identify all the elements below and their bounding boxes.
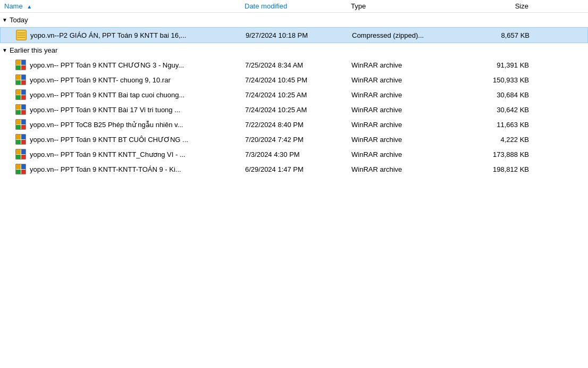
file-name: yopo.vn-- PPT ToC8 B25 Phép thử ngẫu nhi… xyxy=(30,121,245,129)
table-row[interactable]: yopo.vn--P2 GIÁO ÁN, PPT Toán 9 KNTT bai… xyxy=(0,27,588,43)
chevron-icon: ▼ xyxy=(2,17,7,23)
winrar-icon xyxy=(15,60,26,70)
file-date: 7/3/2024 4:30 PM xyxy=(245,150,351,158)
chevron-icon: ▼ xyxy=(2,47,7,53)
table-row[interactable]: yopo.vn-- PPT Toán 9 KNTT BT CUỐI CHƯƠNG… xyxy=(0,132,588,147)
sort-arrow-icon: ▲ xyxy=(27,4,32,10)
file-type: Compressed (zipped)... xyxy=(352,31,474,39)
file-name: yopo.vn-- PPT Toán 9 KNTT Bai tap cuoi c… xyxy=(30,91,245,99)
file-date: 7/24/2024 10:45 PM xyxy=(245,76,351,84)
file-size: 173,888 KB xyxy=(474,150,537,158)
column-headers: Name ▲ Date modified Type Size xyxy=(0,0,588,13)
file-name: yopo.vn-- PPT Toán 9 KNTT KNTT_Chương VI… xyxy=(30,150,245,158)
file-date: 7/24/2024 10:25 AM xyxy=(245,91,351,99)
file-icon xyxy=(15,74,27,86)
file-name: yopo.vn--P2 GIÁO ÁN, PPT Toán 9 KNTT bai… xyxy=(30,31,246,39)
table-row[interactable]: yopo.vn-- PPT Toán 9 KNTT CHƯƠNG 3 - Ngu… xyxy=(0,57,588,72)
winrar-icon xyxy=(15,74,26,85)
file-type: WinRAR archive xyxy=(351,91,474,99)
table-row[interactable]: yopo.vn-- PPT ToC8 B25 Phép thử ngẫu nhi… xyxy=(0,117,588,132)
file-date: 6/29/2024 1:47 PM xyxy=(245,165,351,173)
file-name: yopo.vn-- PPT Toán 9 KNTT CHƯƠNG 3 - Ngu… xyxy=(30,61,245,69)
winrar-icon xyxy=(15,104,26,115)
file-size: 8,657 KB xyxy=(474,31,538,39)
file-name: yopo.vn-- PPT Toán 9 KNTT-KNTT-TOÁN 9 - … xyxy=(30,165,245,173)
file-icon xyxy=(15,29,27,41)
file-icon xyxy=(15,104,27,115)
file-type: WinRAR archive xyxy=(351,121,474,129)
file-date: 7/25/2024 8:34 AM xyxy=(245,61,351,69)
file-date: 9/27/2024 10:18 PM xyxy=(246,31,352,39)
file-icon xyxy=(15,89,27,101)
file-icon xyxy=(15,119,27,130)
file-type: WinRAR archive xyxy=(351,165,474,173)
section-label-text: Today xyxy=(10,16,28,24)
section-label-text: Earlier this year xyxy=(10,46,57,54)
file-icon xyxy=(15,59,27,71)
file-type: WinRAR archive xyxy=(351,150,474,158)
file-size: 150,933 KB xyxy=(474,76,537,84)
file-type: WinRAR archive xyxy=(351,106,474,114)
file-name: yopo.vn-- PPT Toán 9 KNTT Bài 17 Vi tri … xyxy=(30,106,245,114)
section-label-0[interactable]: ▼Today xyxy=(0,13,588,27)
winrar-icon xyxy=(15,89,26,100)
file-size: 91,391 KB xyxy=(474,61,537,69)
file-date: 7/22/2024 8:40 PM xyxy=(245,121,351,129)
table-row[interactable]: yopo.vn-- PPT Toán 9 KNTT KNTT_Chương VI… xyxy=(0,147,588,162)
file-size: 30,684 KB xyxy=(474,91,537,99)
table-row[interactable]: yopo.vn-- PPT Toán 9 KNTT- chuong 9, 10.… xyxy=(0,72,588,87)
winrar-icon xyxy=(15,164,26,174)
file-icon xyxy=(15,163,27,175)
file-explorer: Name ▲ Date modified Type Size ▼Today yo… xyxy=(0,0,588,368)
file-date: 7/20/2024 7:42 PM xyxy=(245,136,351,144)
file-size: 4,222 KB xyxy=(474,136,537,144)
winrar-icon xyxy=(15,119,26,130)
zip-icon xyxy=(16,30,27,40)
file-date: 7/24/2024 10:25 AM xyxy=(245,106,351,114)
file-type: WinRAR archive xyxy=(351,76,474,84)
column-name-label: Name xyxy=(4,2,23,10)
file-list: ▼Today yopo.vn--P2 GIÁO ÁN, PPT Toán 9 K… xyxy=(0,13,588,177)
file-icon xyxy=(15,148,27,160)
winrar-icon xyxy=(15,149,26,160)
file-name: yopo.vn-- PPT Toán 9 KNTT BT CUỐI CHƯƠNG… xyxy=(30,136,245,144)
table-row[interactable]: yopo.vn-- PPT Toán 9 KNTT Bài 17 Vi tri … xyxy=(0,102,588,117)
column-name[interactable]: Name ▲ xyxy=(0,2,245,10)
file-icon xyxy=(15,133,27,145)
column-date[interactable]: Date modified xyxy=(245,2,351,10)
file-name: yopo.vn-- PPT Toán 9 KNTT- chuong 9, 10.… xyxy=(30,76,245,84)
section-label-1[interactable]: ▼Earlier this year xyxy=(0,43,588,57)
file-size: 198,812 KB xyxy=(474,165,537,173)
column-date-label: Date modified xyxy=(245,2,287,10)
table-row[interactable]: yopo.vn-- PPT Toán 9 KNTT-KNTT-TOÁN 9 - … xyxy=(0,162,588,177)
file-size: 11,663 KB xyxy=(474,121,537,129)
column-type[interactable]: Type xyxy=(351,2,473,10)
winrar-icon xyxy=(15,134,26,145)
column-type-label: Type xyxy=(351,2,366,10)
file-type: WinRAR archive xyxy=(351,136,474,144)
file-size: 30,642 KB xyxy=(474,106,537,114)
column-size[interactable]: Size xyxy=(473,2,537,10)
column-size-label: Size xyxy=(515,2,528,10)
table-row[interactable]: yopo.vn-- PPT Toán 9 KNTT Bai tap cuoi c… xyxy=(0,87,588,102)
file-type: WinRAR archive xyxy=(351,61,474,69)
